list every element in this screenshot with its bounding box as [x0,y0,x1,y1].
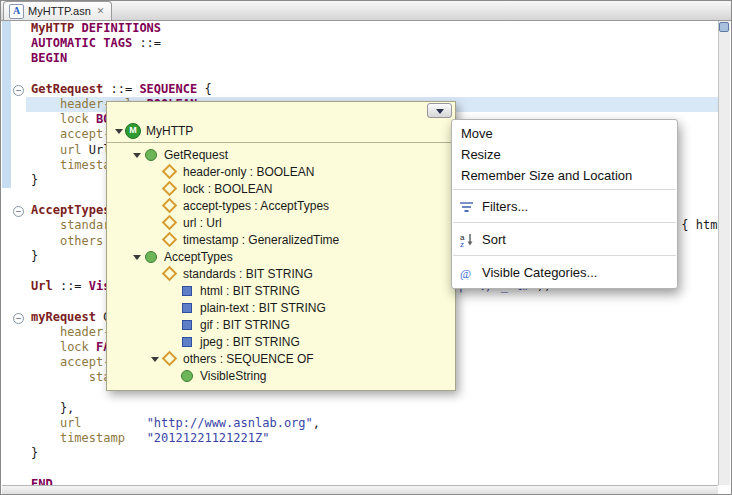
outline-row[interactable]: gif : BIT STRING [107,316,455,333]
code-token: timestamp [60,431,125,445]
outline-row[interactable]: timestamp : GeneralizedTime [107,231,455,248]
code-line[interactable] [2,461,718,476]
outline-row[interactable]: header-only : BOOLEAN [107,163,455,180]
outline-tree: MMyHTTPGetRequestheader-only : BOOLEANlo… [107,102,455,384]
filters-icon [459,199,475,213]
code-token: others [60,234,103,248]
code-token: GetRequest [31,82,103,96]
code-line[interactable]: END [2,477,718,485]
menu-item-label: Visible Categories... [482,262,597,283]
code-token: { html }, [674,218,718,232]
code-token [82,416,147,430]
asn-file-icon: A [9,4,24,19]
code-token: ::= [53,279,89,293]
outline-row[interactable]: GetRequest [107,146,455,163]
svg-text:z: z [460,240,464,247]
menu-item-filters[interactable]: Filters... [452,193,677,219]
outline-row[interactable]: accept-types : AcceptTypes [107,197,455,214]
code-token: } [31,446,38,460]
chevron-down-icon [436,109,444,114]
menu-item-visible-categories[interactable]: @Visible Categories... [452,259,677,285]
menu-separator [453,189,676,190]
code-token: BEGIN [31,51,67,65]
tree-expand-arrow-icon[interactable] [133,252,143,262]
outline-row[interactable]: lock : BOOLEAN [107,180,455,197]
outline-row[interactable]: html : BIT STRING [107,282,455,299]
code-token [89,340,96,354]
code-line[interactable]: MyHTTP DEFINITIONS [2,21,718,36]
code-line[interactable]: }, [2,401,718,416]
menu-item-label: Remember Size and Location [461,168,632,183]
editor-window: A MyHTTP.asn ✕ MyHTTP DEFINITIONSAUTOMAT… [0,0,732,495]
menu-separator [453,222,676,223]
code-line[interactable]: BEGIN [2,51,718,66]
menu-item-remember-size-and-location[interactable]: Remember Size and Location [452,165,677,186]
code-token: DEFINITIONS [82,21,161,35]
horizontal-scrollbar[interactable] [2,485,718,494]
quick-outline-popup: MMyHTTPGetRequestheader-only : BOOLEANlo… [106,101,456,391]
type-icon [181,370,193,382]
tree-expand-arrow-icon[interactable] [133,150,143,160]
code-token: myRequest [31,310,96,324]
code-token: ::= [103,82,139,96]
menu-item-move[interactable]: Move [452,123,677,144]
overview-ruler-marker [719,22,729,32]
code-token: ::= [132,36,161,50]
code-token: lock [60,112,89,126]
code-line[interactable]: } [2,446,718,461]
menu-item-resize[interactable]: Resize [452,144,677,165]
field-icon [162,198,178,214]
sort-icon: az [459,232,475,246]
code-token: } [31,173,38,187]
code-token [31,97,60,111]
code-token: url [60,143,82,157]
tree-expand-arrow-icon[interactable] [115,126,125,136]
field-icon [162,215,178,231]
tab-bar: A MyHTTP.asn ✕ [1,1,731,21]
type-icon [145,149,157,161]
fold-collapse-icon[interactable]: − [13,206,24,217]
tree-expand-arrow-icon[interactable] [151,354,161,364]
code-token [31,416,60,430]
code-token: AcceptTypes [31,203,110,217]
code-line[interactable]: url "http://www.asnlab.org", [2,416,718,431]
code-token: "20121221121221Z" [147,431,270,445]
outline-row[interactable]: url : Url [107,214,455,231]
code-line[interactable]: AUTOMATIC TAGS ::= [2,36,718,51]
code-token [31,370,89,384]
code-token [31,218,60,232]
code-token: url [60,416,82,430]
outline-row[interactable]: AcceptTypes [107,248,455,265]
code-token [31,325,60,339]
code-line[interactable]: GetRequest ::= SEQUENCE { [2,82,718,97]
outline-row[interactable]: VisibleString [107,367,455,384]
svg-text:@: @ [460,267,471,281]
fold-collapse-icon[interactable]: − [13,85,24,96]
outline-row-label: lock : BOOLEAN [183,182,272,196]
code-line[interactable]: timestamp "20121221121221Z" [2,431,718,446]
menu-item-label: Sort [482,229,506,250]
outline-row-label: others : SEQUENCE OF [183,352,314,366]
outline-row[interactable]: standards : BIT STRING [107,265,455,282]
outline-row[interactable]: jpeg : BIT STRING [107,333,455,350]
context-menu: MoveResizeRemember Size and LocationFilt… [451,119,678,289]
menu-item-sort[interactable]: azSort [452,226,677,252]
tab-myhttp-asn[interactable]: A MyHTTP.asn ✕ [3,1,112,20]
outline-row[interactable]: plain-text : BIT STRING [107,299,455,316]
code-token [31,158,60,172]
outline-row-label: url : Url [183,216,222,230]
outline-row-label: GetRequest [164,148,228,162]
outline-row[interactable]: MMyHTTP [107,122,455,139]
bit-icon [182,286,192,296]
outline-menu-button[interactable] [427,103,452,118]
vertical-scrollbar[interactable] [718,21,730,485]
outline-row[interactable]: others : SEQUENCE OF [107,350,455,367]
fold-collapse-icon[interactable]: − [13,313,24,324]
tab-close-icon[interactable]: ✕ [97,6,105,16]
field-icon [162,181,178,197]
code-token: } [31,249,38,263]
fold-gutter[interactable]: −−− [12,21,27,485]
tab-title: MyHTTP.asn [28,5,91,17]
code-line[interactable] [2,67,718,82]
code-token [74,21,81,35]
